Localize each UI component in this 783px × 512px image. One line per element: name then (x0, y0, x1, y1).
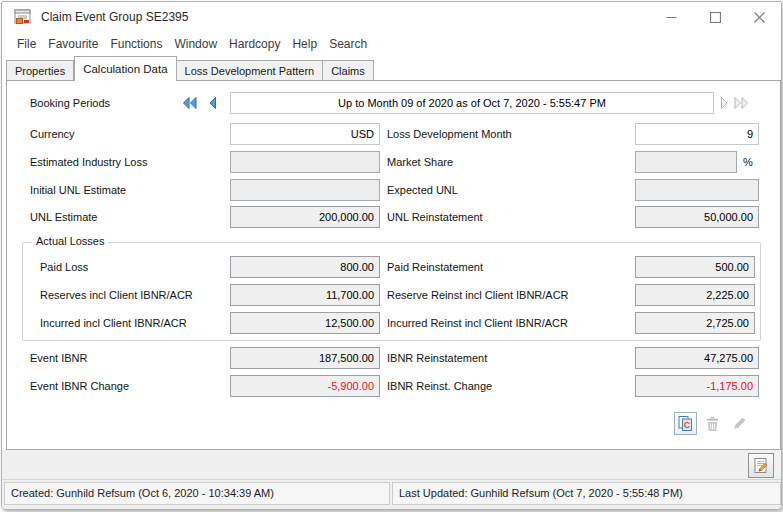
maximize-icon (710, 12, 721, 23)
incurred-reinst-incl-label: Incurred Reinst incl Client IBNR/ACR (387, 312, 568, 334)
tab-properties[interactable]: Properties (6, 60, 74, 80)
maximize-button[interactable] (693, 2, 737, 32)
app-icon (14, 9, 32, 25)
reserves-incl-label: Reserves incl Client IBNR/ACR (40, 284, 193, 306)
paid-loss-label: Paid Loss (40, 256, 88, 278)
event-ibnr-change-label: Event IBNR Change (30, 375, 129, 397)
menu-help[interactable]: Help (286, 34, 323, 54)
window-title: Claim Event Group SE2395 (41, 10, 188, 24)
title-bar: Claim Event Group SE2395 (2, 2, 781, 32)
close-button[interactable] (737, 2, 781, 32)
pencil-icon (731, 416, 747, 432)
edit-notes-button[interactable] (748, 453, 774, 478)
reserves-incl-field: 11,700.00 (230, 284, 380, 306)
paid-reinstatement-field: 500.00 (635, 256, 755, 278)
booking-previous-period-button[interactable] (203, 94, 221, 112)
booking-first-period-button[interactable] (180, 94, 198, 112)
ibnr-reinst-change-field: -1,175.00 (635, 375, 759, 397)
loss-development-month-field[interactable]: 9 (635, 123, 759, 145)
unl-reinstatement-label: UNL Reinstatement (387, 206, 483, 228)
market-share-suffix: % (743, 151, 753, 173)
booking-next-period-button (716, 94, 734, 112)
copy-calculation-button[interactable]: C (674, 412, 697, 435)
window-controls (649, 2, 781, 32)
incurred-incl-field: 12,500.00 (230, 312, 380, 334)
close-icon (754, 12, 765, 23)
ibnr-reinstatement-field: 47,275.00 (635, 347, 759, 369)
booking-last-period-button (733, 94, 751, 112)
actual-losses-title: Actual Losses (32, 235, 108, 247)
expected-unl-field (635, 179, 759, 201)
unl-estimate-field: 200,000.00 (230, 206, 380, 228)
edit-button (727, 412, 750, 435)
tab-claims[interactable]: Claims (323, 60, 374, 80)
menu-hardcopy[interactable]: Hardcopy (223, 34, 286, 54)
app-window: Claim Event Group SE2395 File Favourite … (1, 1, 782, 510)
menu-favourite[interactable]: Favourite (42, 34, 104, 54)
initial-unl-estimate-field (230, 179, 380, 201)
unl-reinstatement-field: 50,000.00 (635, 206, 759, 228)
minimize-icon (666, 12, 677, 23)
double-chevron-right-icon (734, 96, 750, 110)
ibnr-reinstatement-label: IBNR Reinstatement (387, 347, 487, 369)
ibnr-reinst-change-label: IBNR Reinst. Change (387, 375, 492, 397)
tab-strip: Properties Calculation Data Loss Develop… (6, 56, 374, 80)
booking-periods-label: Booking Periods (30, 92, 110, 114)
menu-file[interactable]: File (11, 34, 42, 54)
paid-reinstatement-label: Paid Reinstatement (387, 256, 483, 278)
initial-unl-estimate-label: Initial UNL Estimate (30, 179, 126, 201)
delete-button (701, 412, 724, 435)
status-bar: Created: Gunhild Refsum (Oct 6, 2020 - 1… (2, 479, 781, 508)
booking-period-display[interactable]: Up to Month 09 of 2020 as of Oct 7, 2020… (230, 92, 714, 114)
event-ibnr-label: Event IBNR (30, 347, 87, 369)
expected-unl-label: Expected UNL (387, 179, 458, 201)
chevron-right-icon (720, 96, 730, 110)
status-last-updated: Last Updated: Gunhild Refsum (Oct 7, 202… (392, 482, 781, 505)
minimize-button[interactable] (649, 2, 693, 32)
status-created: Created: Gunhild Refsum (Oct 6, 2020 - 1… (4, 482, 390, 505)
menu-window[interactable]: Window (168, 34, 223, 54)
loss-development-month-label: Loss Development Month (387, 123, 512, 145)
market-share-field (635, 151, 737, 173)
menu-bar: File Favourite Functions Window Hardcopy… (2, 32, 781, 56)
currency-label: Currency (30, 123, 75, 145)
event-ibnr-change-field: -5,900.00 (230, 375, 380, 397)
market-share-label: Market Share (387, 151, 453, 173)
menu-search[interactable]: Search (323, 34, 373, 54)
tab-calculation-data[interactable]: Calculation Data (74, 56, 176, 81)
incurred-incl-label: Incurred incl Client IBNR/ACR (40, 312, 187, 334)
chevron-left-icon (207, 96, 217, 110)
svg-text:C: C (684, 420, 691, 430)
trash-icon (705, 416, 720, 432)
document-pencil-icon (752, 457, 770, 475)
event-ibnr-field: 187,500.00 (230, 347, 380, 369)
calculation-data-panel: Booking Periods Up to Month 09 of 2020 a… (6, 80, 781, 450)
currency-field[interactable]: USD (230, 123, 380, 145)
estimated-industry-loss-field (230, 151, 380, 173)
double-chevron-left-icon (181, 96, 197, 110)
incurred-reinst-incl-field: 2,725.00 (635, 312, 755, 334)
tab-loss-development-pattern[interactable]: Loss Development Pattern (177, 60, 324, 80)
paid-loss-field: 800.00 (230, 256, 380, 278)
unl-estimate-label: UNL Estimate (30, 206, 97, 228)
estimated-industry-loss-label: Estimated Industry Loss (30, 151, 147, 173)
reserve-reinst-incl-field: 2,225.00 (635, 284, 755, 306)
reserve-reinst-incl-label: Reserve Reinst incl Client IBNR/ACR (387, 284, 569, 306)
menu-functions[interactable]: Functions (104, 34, 168, 54)
copy-icon: C (677, 415, 694, 432)
